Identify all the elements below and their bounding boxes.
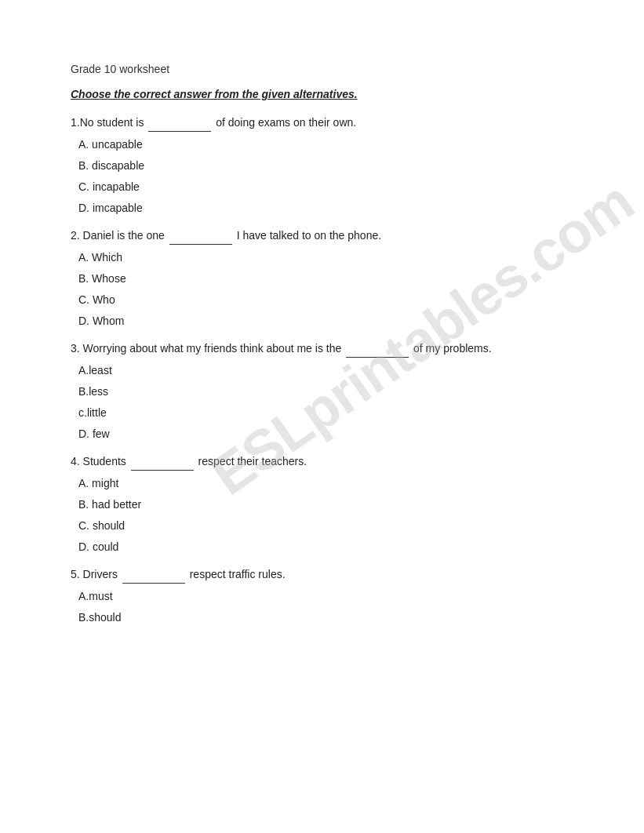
question-section-1: 1.No student is of doing exams on their … — [71, 115, 573, 216]
question-blank-1 — [148, 115, 211, 132]
question-before-3: 3. Worrying about what my friends think … — [71, 342, 344, 355]
option-q5-2: B.should — [78, 609, 573, 626]
question-blank-3 — [346, 340, 409, 358]
option-q3-1: A.least — [78, 362, 573, 379]
question-after-5: respect traffic rules. — [187, 568, 286, 580]
question-section-3: 3. Worrying about what my friends think … — [71, 340, 573, 442]
option-q2-1: A. Which — [78, 249, 573, 266]
question-section-4: 4. Students respect their teachers.A. mi… — [71, 453, 573, 555]
question-before-5: 5. Drivers — [71, 568, 121, 580]
option-q2-2: B. Whose — [78, 271, 573, 287]
option-q1-4: D. imcapable — [78, 200, 573, 216]
option-q1-2: B. discapable — [78, 158, 573, 174]
question-before-2: 2. Daniel is the one — [71, 229, 168, 242]
question-after-4: respect their teachers. — [195, 455, 307, 467]
question-blank-4 — [131, 453, 194, 471]
question-section-2: 2. Daniel is the one I have talked to on… — [71, 227, 573, 329]
option-q4-3: C. should — [78, 518, 573, 534]
page-container: ESLprintables.com Grade 10 worksheet Cho… — [0, 0, 644, 676]
question-after-3: of my problems. — [410, 342, 491, 355]
option-q4-1: A. might — [78, 475, 573, 492]
option-q2-4: D. Whom — [78, 313, 573, 329]
question-text-4: 4. Students respect their teachers. — [71, 453, 573, 471]
worksheet-title: Grade 10 worksheet — [71, 63, 573, 75]
option-q4-2: B. had better — [78, 497, 573, 513]
questions-container: 1.No student is of doing exams on their … — [71, 115, 573, 626]
question-text-3: 3. Worrying about what my friends think … — [71, 340, 573, 358]
option-q1-3: C. incapable — [78, 179, 573, 195]
question-text-5: 5. Drivers respect traffic rules. — [71, 566, 573, 584]
question-blank-5 — [122, 566, 185, 584]
option-q5-1: A.must — [78, 588, 573, 605]
option-q3-3: c.little — [78, 405, 573, 421]
question-before-1: 1.No student is — [71, 116, 147, 129]
question-text-2: 2. Daniel is the one I have talked to on… — [71, 227, 573, 245]
option-q2-3: C. Who — [78, 292, 573, 308]
question-section-5: 5. Drivers respect traffic rules.A.mustB… — [71, 566, 573, 626]
option-q3-4: D. few — [78, 426, 573, 442]
option-q3-2: B.less — [78, 384, 573, 400]
question-text-1: 1.No student is of doing exams on their … — [71, 115, 573, 132]
option-q1-1: A. uncapable — [78, 136, 573, 153]
question-before-4: 4. Students — [71, 455, 129, 467]
instruction: Choose the correct answer from the given… — [71, 88, 573, 100]
question-after-2: I have talked to on the phone. — [234, 229, 381, 242]
question-blank-2 — [169, 227, 232, 245]
question-after-1: of doing exams on their own. — [213, 116, 356, 129]
option-q4-4: D. could — [78, 539, 573, 555]
